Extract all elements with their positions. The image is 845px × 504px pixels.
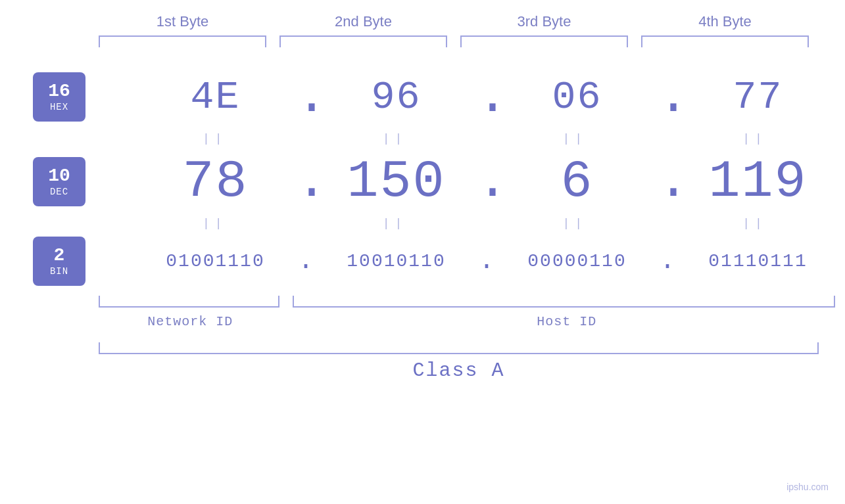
hex-values-row: 4E . 96 . 06 . 77 — [125, 67, 845, 127]
hex-byte-3: 06 — [487, 75, 667, 120]
dec-byte-4: 119 — [667, 152, 845, 212]
equals-row-2: || || || || — [125, 217, 845, 230]
dec-byte-2: 150 — [306, 152, 487, 212]
hex-base-name: HEX — [50, 102, 68, 112]
main-container: 1st Byte 2nd Byte 3rd Byte 4th Byte 16 H… — [0, 0, 845, 504]
class-section: Class A — [92, 342, 845, 382]
bin-base-num: 2 — [54, 246, 65, 266]
hex-byte-4: 77 — [667, 75, 845, 120]
eq-1-2: || — [305, 132, 485, 145]
bin-val-2: 10010110 — [347, 251, 445, 271]
bracket-top-3 — [454, 35, 635, 47]
byte-header-3: 3rd Byte — [454, 13, 635, 30]
id-labels: Network ID Host ID — [92, 314, 845, 329]
bracket-top-line-2 — [279, 35, 447, 47]
dec-byte-3: 6 — [487, 152, 667, 212]
watermark: ipshu.com — [786, 482, 829, 492]
dec-val-4: 119 — [708, 152, 807, 212]
hex-val-3: 06 — [552, 75, 602, 120]
eq-1-3: || — [485, 132, 665, 145]
bin-val-3: 00000110 — [527, 251, 626, 271]
bin-row: 2 BIN 01001110 . 10010110 . 00000110 . 0… — [33, 237, 845, 286]
dec-row: 10 DEC 78 . 150 . 6 . 119 — [33, 152, 845, 212]
byte-header-4: 4th Byte — [635, 13, 815, 30]
network-id-label: Network ID — [92, 314, 289, 329]
bracket-top-1 — [92, 35, 273, 47]
dec-values-row: 78 . 150 . 6 . 119 — [125, 152, 845, 212]
bracket-top-4 — [635, 35, 815, 47]
hex-val-2: 96 — [371, 75, 421, 120]
top-bracket-row — [92, 35, 845, 47]
dec-base-num: 10 — [48, 166, 70, 187]
equals-row-1: || || || || — [125, 132, 845, 145]
bin-val-1: 01001110 — [166, 251, 264, 271]
class-bracket — [99, 342, 819, 354]
eq-1-4: || — [665, 132, 845, 145]
dec-base-label: 10 DEC — [33, 157, 85, 206]
hex-val-1: 4E — [190, 75, 240, 120]
byte-header-1: 1st Byte — [92, 13, 273, 30]
hex-byte-2: 96 — [306, 75, 487, 120]
eq-2-4: || — [665, 217, 845, 230]
byte-headers: 1st Byte 2nd Byte 3rd Byte 4th Byte — [92, 13, 845, 30]
eq-2-2: || — [305, 217, 485, 230]
eq-2-3: || — [485, 217, 665, 230]
bin-byte-2: 10010110 — [306, 251, 487, 271]
bin-val-4: 01110111 — [708, 251, 807, 271]
bin-base-name: BIN — [50, 266, 68, 277]
dec-val-1: 78 — [182, 152, 248, 212]
dec-val-3: 6 — [560, 152, 593, 212]
eq-1-1: || — [125, 132, 305, 145]
bin-byte-4: 01110111 — [667, 251, 845, 271]
class-label: Class A — [92, 359, 825, 382]
host-id-label: Host ID — [289, 314, 845, 329]
bottom-bracket-row — [92, 296, 845, 308]
hex-row: 16 HEX 4E . 96 . 06 . 77 — [33, 67, 845, 127]
bracket-top-line-3 — [460, 35, 628, 47]
byte-header-2: 2nd Byte — [273, 13, 454, 30]
hex-byte-1: 4E — [125, 75, 306, 120]
bracket-top-line-1 — [99, 35, 266, 47]
bin-byte-3: 00000110 — [487, 251, 667, 271]
eq-2-1: || — [125, 217, 305, 230]
dec-val-2: 150 — [347, 152, 445, 212]
dec-byte-1: 78 — [125, 152, 306, 212]
bin-base-label: 2 BIN — [33, 237, 85, 286]
bin-values-row: 01001110 . 10010110 . 00000110 . 0111011… — [125, 246, 845, 276]
dec-base-name: DEC — [50, 187, 68, 197]
host-bracket — [293, 296, 835, 308]
hex-base-label: 16 HEX — [33, 72, 85, 122]
hex-val-4: 77 — [733, 75, 783, 120]
bracket-top-2 — [273, 35, 454, 47]
bottom-section: Network ID Host ID — [92, 296, 845, 329]
bin-byte-1: 01001110 — [125, 251, 306, 271]
hex-base-num: 16 — [48, 81, 70, 102]
network-bracket — [99, 296, 279, 308]
bracket-top-line-4 — [641, 35, 809, 47]
